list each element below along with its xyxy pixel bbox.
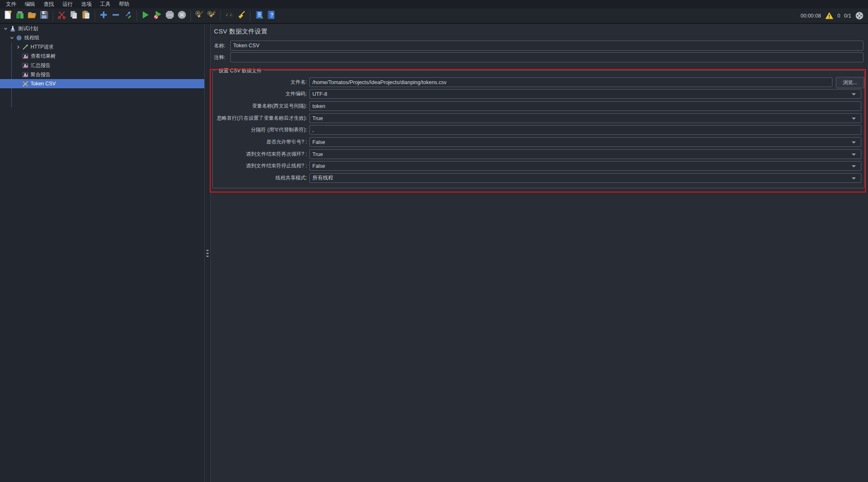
open-file-button[interactable]: [26, 9, 38, 22]
toolbar-separator: [95, 10, 95, 21]
help-button[interactable]: ?: [265, 9, 277, 22]
chevron-down-icon[interactable]: [9, 35, 15, 40]
filename-input[interactable]: [309, 77, 832, 87]
recycle-on-eof-select[interactable]: True: [309, 149, 861, 159]
tree-item-aggregate-report[interactable]: 聚合报告: [0, 70, 204, 79]
chevron-right-icon[interactable]: [15, 44, 21, 49]
file-encoding-select[interactable]: UTF-8: [309, 89, 861, 99]
search-icon: [224, 10, 234, 21]
tree-item-http-request[interactable]: HTTP请求: [0, 42, 204, 51]
paste-icon: [81, 10, 91, 21]
clear-button[interactable]: [193, 9, 206, 22]
menu-search[interactable]: 查找: [39, 0, 58, 8]
sharing-mode-value: 所有线程: [312, 174, 333, 182]
chevron-down-icon: [852, 165, 856, 167]
comment-label: 注释:: [214, 52, 225, 62]
new-file-icon: [3, 10, 13, 21]
groupbox-title: 设置 CSV 数据文件: [216, 67, 264, 74]
expander-spacer: [15, 72, 21, 77]
http-request-icon: [21, 44, 29, 50]
menu-edit[interactable]: 编辑: [21, 0, 39, 8]
name-input[interactable]: [230, 41, 863, 51]
stop-button[interactable]: STOP: [164, 9, 176, 22]
stop-icon: STOP: [165, 10, 175, 21]
tree-item-label: 汇总报告: [31, 62, 51, 69]
chevron-down-icon: [852, 154, 856, 156]
menu-help[interactable]: 帮助: [115, 0, 134, 8]
recycle-on-eof-label: 遇到文件结束符再次循环? :: [213, 149, 307, 159]
templates-button[interactable]: [14, 9, 26, 22]
delimiter-input[interactable]: [309, 125, 861, 135]
shutdown-button[interactable]: [176, 9, 188, 22]
menu-run[interactable]: 运行: [58, 0, 77, 8]
test-plan-icon: [9, 25, 16, 32]
tree-item-thread-group[interactable]: 线程组: [0, 33, 204, 42]
tree-item-summary-report[interactable]: 汇总报告: [0, 61, 204, 70]
sharing-mode-select[interactable]: 所有线程: [309, 173, 861, 183]
copy-button[interactable]: [68, 9, 80, 22]
remove-button[interactable]: [110, 9, 122, 22]
tree-item-label: 查看结果树: [31, 53, 56, 60]
menu-file[interactable]: 文件: [2, 0, 21, 8]
browse-button[interactable]: 浏览...: [836, 77, 864, 88]
reset-search-button[interactable]: [235, 9, 247, 22]
jmeter-window: 文件 编辑 查找 运行 选项 工具 帮助 STOP ?: [0, 0, 868, 482]
chevron-down-icon: [852, 141, 856, 144]
menu-options[interactable]: 选项: [77, 0, 96, 8]
cut-button[interactable]: [56, 9, 68, 22]
comment-input[interactable]: [230, 52, 863, 62]
clear-all-button[interactable]: [206, 9, 218, 22]
csv-config-icon: [21, 80, 29, 87]
splitter-grip-icon[interactable]: [206, 250, 209, 259]
copy-icon: [69, 10, 79, 21]
menu-bar: 文件 编辑 查找 运行 选项 工具 帮助: [0, 0, 868, 8]
new-file-button[interactable]: [2, 9, 14, 22]
tree-item-token-csv[interactable]: Token CSV: [0, 79, 204, 88]
allow-quoted-value: False: [312, 139, 325, 145]
shutdown-icon: [177, 10, 187, 21]
chevron-down-icon[interactable]: [3, 26, 9, 31]
start-button[interactable]: [139, 9, 152, 22]
tree-item-label: 线程组: [24, 34, 39, 41]
toggle-button[interactable]: [122, 9, 134, 22]
thread-group-icon: [15, 34, 23, 41]
stop-thread-on-eof-label: 遇到文件结束符停止线程? :: [213, 161, 307, 171]
toolbar-separator: [220, 10, 221, 21]
save-button[interactable]: [38, 9, 50, 22]
sharing-mode-label: 线程共享模式:: [213, 173, 307, 183]
start-icon: [141, 10, 150, 21]
warning-icon[interactable]: [825, 11, 834, 20]
tree-item-view-results-tree[interactable]: 查看结果树: [0, 51, 204, 61]
add-icon: [99, 10, 108, 21]
cut-icon: [57, 10, 67, 21]
reset-search-icon: [237, 10, 246, 21]
tree-item-label: 聚合报告: [31, 71, 51, 78]
name-label: 名称:: [214, 41, 225, 51]
add-button[interactable]: [98, 9, 110, 22]
panel-splitter[interactable]: [204, 24, 211, 482]
function-helper-button[interactable]: [253, 9, 265, 22]
remove-icon: [111, 10, 121, 21]
expander-spacer: [15, 63, 21, 68]
toggle-icon: [123, 10, 133, 21]
paste-button[interactable]: [80, 9, 92, 22]
threads-state-icon: [855, 11, 864, 20]
allow-quoted-select[interactable]: False: [309, 137, 861, 147]
stop-thread-on-eof-value: False: [312, 163, 325, 169]
search-button[interactable]: [223, 9, 235, 22]
tree-item-test-plan[interactable]: 测试计划: [0, 24, 204, 33]
delimiter-label: 分隔符 (用'\t'代替制表符):: [213, 125, 307, 135]
warning-count: 0: [837, 13, 840, 19]
chevron-down-icon: [852, 118, 856, 120]
help-icon: ?: [266, 10, 276, 21]
file-encoding-label: 文件编码:: [213, 89, 307, 99]
ignore-first-line-select[interactable]: True: [309, 113, 861, 123]
stop-thread-on-eof-select[interactable]: False: [309, 161, 861, 171]
expander-spacer: [15, 54, 21, 59]
start-no-timers-button[interactable]: [152, 9, 164, 22]
variable-names-input[interactable]: [309, 101, 861, 111]
listener-chart-icon: [21, 71, 29, 78]
variable-names-label: 变量名称(西文逗号间隔):: [213, 101, 307, 111]
filename-label: 文件名:: [213, 77, 307, 87]
menu-tools[interactable]: 工具: [96, 0, 115, 8]
